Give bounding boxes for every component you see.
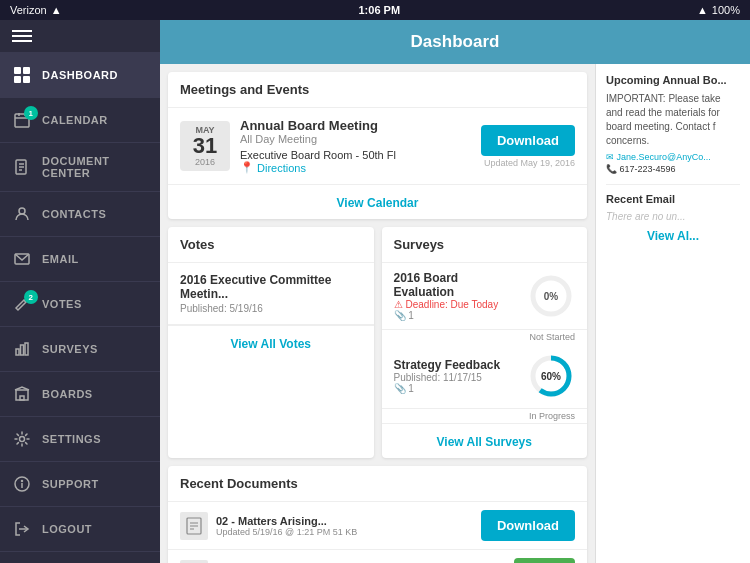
right-panel-upcoming-body: IMPORTANT: Please take and read the mate… (606, 92, 740, 148)
sidebar-item-votes[interactable]: VOTES 2 (0, 282, 160, 327)
meetings-title: Meetings and Events (168, 72, 587, 108)
survey-pub-1: Published: 11/17/15 (394, 372, 520, 383)
svg-text:0%: 0% (544, 291, 559, 302)
svg-point-23 (22, 481, 23, 482)
sidebar-item-email[interactable]: EMAIL (0, 237, 160, 282)
directions-link[interactable]: 📍 Directions (240, 161, 471, 174)
person-icon (12, 204, 32, 224)
survey-name-1: Strategy Feedback (394, 358, 520, 372)
svg-rect-18 (16, 390, 28, 400)
warning-icon: ⚠ (394, 299, 403, 310)
page-title: Dashboard (411, 32, 500, 52)
surveys-card: Surveys 2016 Board Evaluation ⚠ Deadline… (382, 227, 588, 458)
sidebar-label-votes: VOTES (42, 298, 82, 310)
svg-rect-17 (25, 343, 28, 355)
gps-icon: ▲ (697, 4, 708, 16)
votes-badge: 2 (24, 290, 38, 304)
meetings-card: Meetings and Events MAY 31 2016 Annual B… (168, 72, 587, 219)
event-subtitle: All Day Meeting (240, 133, 471, 145)
votes-card: Votes 2016 Executive Committee Meetin...… (168, 227, 374, 458)
sidebar-item-logout[interactable]: LOGOUT (0, 507, 160, 552)
surveys-title: Surveys (382, 227, 588, 263)
doc-download-button-0[interactable]: Download (481, 510, 575, 541)
meeting-row: MAY 31 2016 Annual Board Meeting All Day… (168, 108, 587, 184)
status-right: ▲ 100% (697, 4, 740, 16)
sidebar-label-settings: SETTINGS (42, 433, 101, 445)
gear-icon (12, 429, 32, 449)
right-panel-email[interactable]: ✉ Jane.Securo@AnyCo... (606, 152, 740, 162)
recent-email-title: Recent Email (606, 193, 740, 205)
progress-circle-1: 60% (527, 352, 575, 400)
status-left: Verizon ▲ (10, 4, 62, 16)
svg-point-20 (20, 437, 25, 442)
survey-deadline-0: ⚠ Deadline: Due Today (394, 299, 520, 310)
sidebar-label-surveys: SURVEYS (42, 343, 98, 355)
status-bar: Verizon ▲ 1:06 PM ▲ 100% (0, 0, 750, 20)
sidebar-label-boards: BOARDS (42, 388, 93, 400)
top-bar: Dashboard (160, 20, 750, 64)
sidebar-item-support[interactable]: SUPPORT (0, 462, 160, 507)
carrier: Verizon (10, 4, 47, 16)
doc-item-1: 03 - Proposed Res... Updated 5/19/16 @ 1… (168, 550, 587, 563)
document-icon (12, 157, 32, 177)
event-title: Annual Board Meeting (240, 118, 471, 133)
right-panel-upcoming-title: Upcoming Annual Bo... (606, 74, 740, 86)
right-panel-phone: 📞 617-223-4596 (606, 164, 740, 174)
sidebar-item-document-center[interactable]: DOCUMENT CENTER (0, 143, 160, 192)
doc-name-0: 02 - Matters Arising... (216, 515, 473, 527)
survey-name-0: 2016 Board Evaluation (394, 271, 520, 299)
right-panel-recent-email: Recent Email There are no un... View Al.… (606, 184, 740, 252)
sidebar-label-calendar: CALENDAR (42, 114, 108, 126)
survey-item-1: Strategy Feedback Published: 11/17/15 📎 … (382, 344, 588, 409)
pin-icon: 📍 (240, 161, 254, 174)
survey-attach-0: 📎 1 (394, 310, 520, 321)
votes-title: Votes (168, 227, 374, 263)
date-box: MAY 31 2016 (180, 121, 230, 171)
status-time: 1:06 PM (358, 4, 400, 16)
sidebar-item-dashboard[interactable]: DASHBOARD (0, 53, 160, 98)
sidebar-header[interactable] (0, 20, 160, 53)
email-icon (12, 249, 32, 269)
doc-info-0: 02 - Matters Arising... Updated 5/19/16 … (216, 515, 473, 537)
survey-info-1: Strategy Feedback Published: 11/17/15 📎 … (394, 358, 520, 394)
vote-published: Published: 5/19/16 (180, 303, 362, 314)
building-icon (12, 384, 32, 404)
sidebar-label-support: SUPPORT (42, 478, 99, 490)
doc-file-icon-0 (180, 512, 208, 540)
event-location: Executive Board Room - 50th Fl (240, 149, 471, 161)
svg-rect-0 (14, 67, 21, 74)
sidebar-item-calendar[interactable]: CALENDAR 1 (0, 98, 160, 143)
doc-view-button-1[interactable]: View (514, 558, 575, 563)
svg-rect-19 (20, 396, 24, 400)
updated-text: Updated May 19, 2016 (484, 158, 575, 168)
logout-icon (12, 519, 32, 539)
view-all-emails-link[interactable]: View Al... (606, 222, 740, 252)
sidebar-item-contacts[interactable]: CONTACTS (0, 192, 160, 237)
documents-title: Recent Documents (168, 466, 587, 502)
svg-text:60%: 60% (541, 371, 561, 382)
battery: 100% (712, 4, 740, 16)
event-day: 31 (188, 135, 222, 157)
sidebar-label-email: EMAIL (42, 253, 79, 265)
sidebar-label-document-center: DOCUMENT CENTER (42, 155, 148, 179)
not-started-label: Not Started (382, 330, 588, 344)
sidebar-item-surveys[interactable]: SURVEYS (0, 327, 160, 372)
vote-item: 2016 Executive Committee Meetin... Publi… (168, 263, 374, 325)
download-button[interactable]: Download (481, 125, 575, 156)
svg-rect-3 (23, 76, 30, 83)
wifi-icon: ▲ (51, 4, 62, 16)
svg-rect-15 (16, 349, 19, 355)
view-all-votes-link[interactable]: View All Votes (168, 325, 374, 360)
hamburger-menu[interactable] (12, 30, 148, 42)
svg-rect-1 (23, 67, 30, 74)
documents-card: Recent Documents 02 - Matters Arising...… (168, 466, 587, 563)
sidebar-label-logout: LOGOUT (42, 523, 92, 535)
calendar-badge: 1 (24, 106, 38, 120)
view-all-surveys-link[interactable]: View All Surveys (382, 423, 588, 458)
svg-rect-16 (21, 345, 24, 355)
doc-file-icon-1 (180, 560, 208, 564)
sidebar-item-settings[interactable]: SETTINGS (0, 417, 160, 462)
svg-rect-2 (14, 76, 21, 83)
view-calendar-link[interactable]: View Calendar (168, 184, 587, 219)
sidebar-item-boards[interactable]: BOARDS (0, 372, 160, 417)
